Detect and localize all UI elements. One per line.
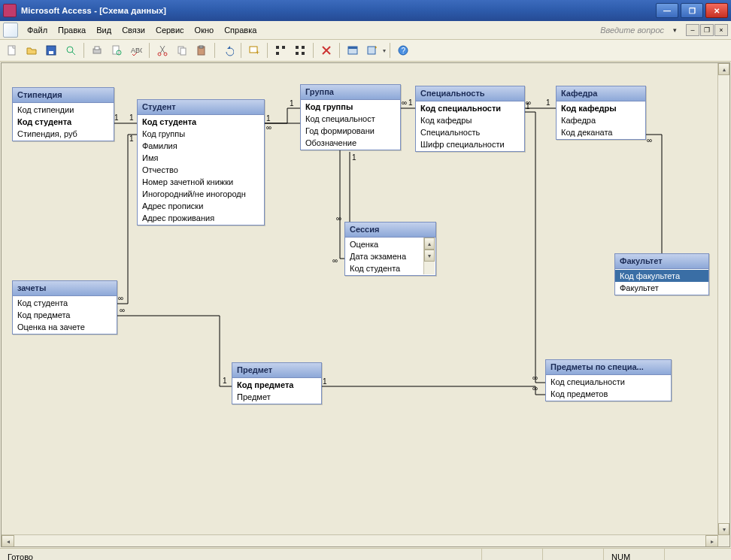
- new-object-dropdown[interactable]: ▾: [383, 47, 386, 54]
- table-header[interactable]: Предмет: [232, 363, 321, 378]
- field[interactable]: Дата экзамена: [345, 250, 424, 262]
- table-zachety[interactable]: зачетыКод студентаКод предметаОценка на …: [12, 280, 117, 334]
- scroll-right-button[interactable]: ▸: [705, 535, 718, 547]
- menu-file[interactable]: Файл: [23, 24, 52, 36]
- table-header[interactable]: Предметы по специа...: [546, 360, 671, 375]
- field[interactable]: Адрес прописки: [138, 200, 264, 212]
- menu-window[interactable]: Окно: [190, 24, 219, 36]
- table-header[interactable]: Кафедра: [557, 86, 645, 101]
- table-header[interactable]: Факультет: [615, 254, 708, 269]
- field[interactable]: Код стипендии: [13, 104, 114, 116]
- undo-button[interactable]: [219, 41, 237, 59]
- menu-app-icon[interactable]: [3, 23, 18, 38]
- field[interactable]: Шифр специальности: [416, 138, 524, 150]
- field[interactable]: Код специальности: [416, 102, 524, 114]
- field[interactable]: Факультет: [615, 282, 708, 294]
- field[interactable]: Код студента: [13, 297, 117, 309]
- scroll-up-button[interactable]: ▴: [718, 63, 729, 75]
- close-rel-button[interactable]: [317, 41, 335, 59]
- table-kafedra[interactable]: КафедраКод кафедрыКафедраКод деканата: [556, 86, 646, 140]
- minimize-button[interactable]: —: [656, 3, 678, 18]
- table-group[interactable]: ГруппаКод группыКод специальностГод форм…: [300, 84, 401, 150]
- close-button[interactable]: ✕: [705, 3, 728, 18]
- open-button[interactable]: [23, 41, 41, 59]
- copy-button[interactable]: [173, 41, 191, 59]
- spelling-button[interactable]: ABC: [127, 41, 145, 59]
- field[interactable]: Код специальности: [546, 376, 671, 388]
- table-header[interactable]: Специальность: [416, 86, 524, 101]
- field[interactable]: Год формировани: [301, 125, 400, 137]
- print-preview-button[interactable]: [108, 41, 126, 59]
- mdi-minimize-button[interactable]: –: [686, 24, 699, 36]
- help-button[interactable]: ?: [394, 41, 412, 59]
- menu-help[interactable]: Справка: [220, 24, 261, 36]
- field[interactable]: Оценка: [345, 238, 424, 250]
- table-stipend[interactable]: СтипендияКод стипендииКод студентаСтипен…: [12, 87, 114, 141]
- relation-line[interactable]: [116, 316, 232, 386]
- relation-line[interactable]: [320, 386, 545, 395]
- paste-button[interactable]: [193, 41, 211, 59]
- horizontal-scrollbar[interactable]: ◂ ▸: [2, 534, 718, 546]
- field[interactable]: Код специальност: [301, 113, 400, 125]
- field[interactable]: Код группы: [138, 128, 264, 140]
- mdi-restore-button[interactable]: ❐: [700, 24, 714, 36]
- show-table-button[interactable]: +: [245, 41, 263, 59]
- field[interactable]: Номер зачетной книжки: [138, 176, 264, 188]
- mdi-close-button[interactable]: ×: [714, 24, 728, 36]
- vertical-scrollbar[interactable]: ▴ ▾: [717, 63, 729, 535]
- scroll-left-button[interactable]: ◂: [2, 535, 14, 547]
- field-scrollbar[interactable]: ▴▾: [423, 238, 435, 274]
- layout-direct-button[interactable]: [271, 41, 290, 59]
- table-header[interactable]: Стипендия: [13, 88, 114, 103]
- field[interactable]: Обозначение: [301, 137, 400, 149]
- table-header[interactable]: Сессия: [345, 222, 435, 238]
- print-button[interactable]: [88, 41, 106, 59]
- table-session[interactable]: СессияОценкаДата экзаменаКод студента▴▾: [344, 222, 436, 276]
- scroll-down-button[interactable]: ▾: [718, 523, 729, 535]
- field[interactable]: Адрес проживания: [138, 212, 264, 224]
- scroll-down-icon[interactable]: ▾: [424, 250, 435, 262]
- field[interactable]: Код студента: [138, 116, 264, 128]
- menu-view[interactable]: Вид: [92, 24, 116, 36]
- table-header[interactable]: зачеты: [13, 281, 117, 296]
- table-faculty[interactable]: ФакультетКод факультетаФакультет: [614, 253, 709, 295]
- field[interactable]: Код предметов: [546, 388, 671, 400]
- table-spec[interactable]: СпециальностьКод специальностиКод кафедр…: [415, 86, 525, 152]
- field[interactable]: Кафедра: [557, 114, 645, 126]
- field[interactable]: Код кафедры: [416, 114, 524, 126]
- menu-tools[interactable]: Сервис: [151, 24, 189, 36]
- field[interactable]: Код предмета: [13, 309, 117, 321]
- field[interactable]: Отчество: [138, 164, 264, 176]
- save-button[interactable]: [42, 41, 60, 59]
- field[interactable]: Специальность: [416, 126, 524, 138]
- field[interactable]: Код группы: [301, 101, 400, 113]
- field[interactable]: Код студента: [13, 116, 114, 128]
- field[interactable]: Оценка на зачете: [13, 321, 117, 333]
- field[interactable]: Код деканата: [557, 126, 645, 138]
- table-header[interactable]: Студент: [138, 100, 264, 115]
- layout-all-button[interactable]: [291, 41, 309, 59]
- field[interactable]: Фамилия: [138, 140, 264, 152]
- menu-rel[interactable]: Связи: [117, 24, 150, 36]
- table-predspec[interactable]: Предметы по специа...Код специальностиКо…: [545, 359, 672, 401]
- relation-line[interactable]: [116, 135, 137, 304]
- table-student[interactable]: СтудентКод студентаКод группыФамилияИмяО…: [137, 99, 265, 226]
- new-button[interactable]: [3, 41, 21, 59]
- relationships-canvas[interactable]: СтипендияКод стипендииКод студентаСтипен…: [1, 62, 730, 547]
- menu-edit[interactable]: Правка: [53, 24, 90, 36]
- db-window-button[interactable]: [344, 41, 362, 59]
- field[interactable]: Иногородний/не иногородн: [138, 188, 264, 200]
- table-header[interactable]: Группа: [301, 85, 400, 100]
- field[interactable]: Код предмета: [232, 379, 321, 391]
- relation-line[interactable]: [523, 112, 545, 383]
- field[interactable]: Имя: [138, 152, 264, 164]
- help-search-input[interactable]: Введите вопрос: [600, 26, 669, 35]
- table-predmet[interactable]: ПредметКод предметаПредмет: [232, 362, 322, 404]
- field[interactable]: Код факультета: [615, 270, 708, 282]
- field[interactable]: Код студента: [345, 262, 424, 274]
- cut-button[interactable]: [153, 41, 171, 59]
- search-button[interactable]: [62, 41, 80, 59]
- field[interactable]: Предмет: [232, 391, 321, 403]
- field[interactable]: Код кафедры: [557, 102, 645, 114]
- help-dropdown-icon[interactable]: ▾: [670, 26, 680, 34]
